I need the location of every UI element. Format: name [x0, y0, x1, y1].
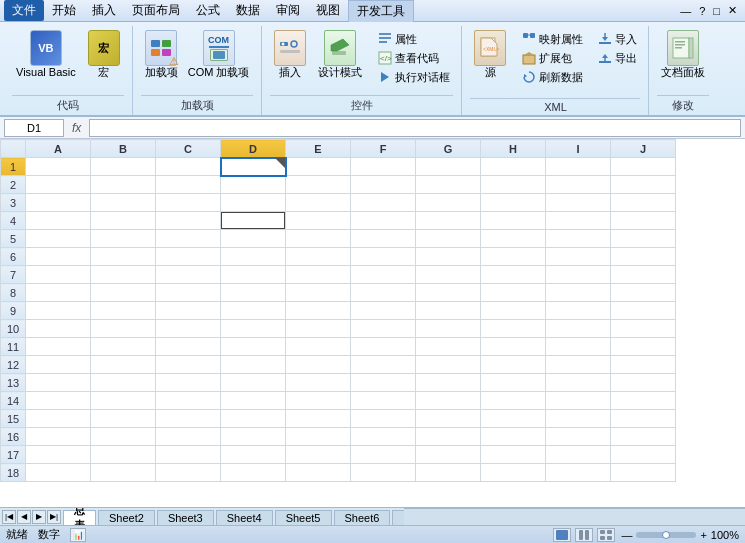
window-help[interactable]: ?	[695, 5, 709, 17]
cell-I8[interactable]	[546, 284, 611, 302]
cell-G14[interactable]	[416, 392, 481, 410]
cell-G17[interactable]	[416, 446, 481, 464]
cell-C13[interactable]	[156, 374, 221, 392]
cell-E6[interactable]	[286, 248, 351, 266]
cell-E1[interactable]	[286, 158, 351, 176]
cell-I10[interactable]	[546, 320, 611, 338]
design-mode-button[interactable]: 设计模式	[314, 28, 366, 81]
cell-F18[interactable]	[351, 464, 416, 482]
formula-input[interactable]	[89, 119, 741, 137]
cell-D6[interactable]	[221, 248, 286, 266]
cell-H16[interactable]	[481, 428, 546, 446]
cell-A4[interactable]	[26, 212, 91, 230]
cell-A8[interactable]	[26, 284, 91, 302]
cell-H18[interactable]	[481, 464, 546, 482]
cell-F1[interactable]	[351, 158, 416, 176]
col-header-E[interactable]: E	[286, 140, 351, 158]
cell-G9[interactable]	[416, 302, 481, 320]
cell-C2[interactable]	[156, 176, 221, 194]
cell-J8[interactable]	[611, 284, 676, 302]
cell-A15[interactable]	[26, 410, 91, 428]
cell-B7[interactable]	[91, 266, 156, 284]
row-header-15[interactable]: 15	[1, 410, 26, 428]
cell-F12[interactable]	[351, 356, 416, 374]
cell-D18[interactable]	[221, 464, 286, 482]
cell-J18[interactable]	[611, 464, 676, 482]
cell-C1[interactable]	[156, 158, 221, 176]
cell-F15[interactable]	[351, 410, 416, 428]
cell-C9[interactable]	[156, 302, 221, 320]
cell-I9[interactable]	[546, 302, 611, 320]
zoom-track[interactable]	[636, 532, 696, 538]
cell-A16[interactable]	[26, 428, 91, 446]
cell-C7[interactable]	[156, 266, 221, 284]
cell-G2[interactable]	[416, 176, 481, 194]
cell-H11[interactable]	[481, 338, 546, 356]
cell-J13[interactable]	[611, 374, 676, 392]
cell-A7[interactable]	[26, 266, 91, 284]
cell-E2[interactable]	[286, 176, 351, 194]
cell-H8[interactable]	[481, 284, 546, 302]
col-header-I[interactable]: I	[546, 140, 611, 158]
cell-G11[interactable]	[416, 338, 481, 356]
cell-B13[interactable]	[91, 374, 156, 392]
cell-B18[interactable]	[91, 464, 156, 482]
cell-F11[interactable]	[351, 338, 416, 356]
properties-button[interactable]: 属性	[374, 30, 453, 48]
cell-I3[interactable]	[546, 194, 611, 212]
cell-H9[interactable]	[481, 302, 546, 320]
cell-D4[interactable]	[221, 212, 286, 230]
cell-C15[interactable]	[156, 410, 221, 428]
cell-E15[interactable]	[286, 410, 351, 428]
cell-J5[interactable]	[611, 230, 676, 248]
row-header-17[interactable]: 17	[1, 446, 26, 464]
cell-B8[interactable]	[91, 284, 156, 302]
cell-F2[interactable]	[351, 176, 416, 194]
cell-I4[interactable]	[546, 212, 611, 230]
cell-J11[interactable]	[611, 338, 676, 356]
row-header-5[interactable]: 5	[1, 230, 26, 248]
cell-A11[interactable]	[26, 338, 91, 356]
cell-J12[interactable]	[611, 356, 676, 374]
menu-view[interactable]: 视图	[308, 0, 348, 21]
sheet-tab-总表[interactable]: 总表	[63, 510, 96, 526]
cell-B10[interactable]	[91, 320, 156, 338]
cell-B3[interactable]	[91, 194, 156, 212]
cell-H3[interactable]	[481, 194, 546, 212]
cell-A17[interactable]	[26, 446, 91, 464]
cell-F14[interactable]	[351, 392, 416, 410]
cell-C18[interactable]	[156, 464, 221, 482]
row-header-3[interactable]: 3	[1, 194, 26, 212]
cell-H10[interactable]	[481, 320, 546, 338]
col-header-J[interactable]: J	[611, 140, 676, 158]
cell-E11[interactable]	[286, 338, 351, 356]
zoom-minus-button[interactable]: —	[619, 529, 634, 541]
cell-E18[interactable]	[286, 464, 351, 482]
sheet-tab-Sheet5[interactable]: Sheet5	[275, 510, 332, 526]
menu-insert[interactable]: 插入	[84, 0, 124, 21]
col-header-B[interactable]: B	[91, 140, 156, 158]
com-addin-button[interactable]: COM COM 加载项	[184, 28, 254, 81]
cell-D12[interactable]	[221, 356, 286, 374]
export-button[interactable]: 导出	[594, 49, 640, 67]
cell-F4[interactable]	[351, 212, 416, 230]
cell-H1[interactable]	[481, 158, 546, 176]
cell-G8[interactable]	[416, 284, 481, 302]
cell-B2[interactable]	[91, 176, 156, 194]
cell-A12[interactable]	[26, 356, 91, 374]
menu-file[interactable]: 文件	[4, 0, 44, 21]
cell-B5[interactable]	[91, 230, 156, 248]
cell-I14[interactable]	[546, 392, 611, 410]
cell-D7[interactable]	[221, 266, 286, 284]
cell-F17[interactable]	[351, 446, 416, 464]
page-break-view-button[interactable]	[597, 528, 615, 542]
tab-prev-button[interactable]: ◀	[17, 510, 31, 524]
cell-G3[interactable]	[416, 194, 481, 212]
cell-C16[interactable]	[156, 428, 221, 446]
cell-A14[interactable]	[26, 392, 91, 410]
spreadsheet-scroll[interactable]: ABCDEFGHIJ 123456789101112131415161718	[0, 139, 745, 507]
cell-H4[interactable]	[481, 212, 546, 230]
cell-D16[interactable]	[221, 428, 286, 446]
cell-A1[interactable]	[26, 158, 91, 176]
cell-J16[interactable]	[611, 428, 676, 446]
